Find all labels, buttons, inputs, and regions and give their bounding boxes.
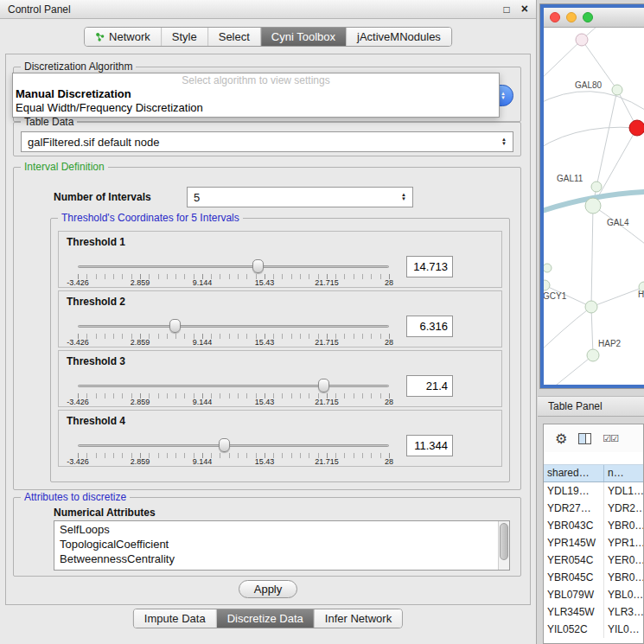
network-graph[interactable]: GAL80GAL11GAL4GCY1HHAP2 <box>544 28 644 385</box>
slider-thumb[interactable] <box>169 319 181 333</box>
scale-label: 9.144 <box>193 457 213 466</box>
attribute-list-item[interactable]: SelfLoops <box>54 522 497 537</box>
cell-name[interactable]: YER0… <box>604 552 643 569</box>
tab-select[interactable]: Select <box>207 28 260 46</box>
scale-label: 28 <box>385 457 393 466</box>
threshold-slider[interactable] <box>78 379 389 392</box>
table-row[interactable]: YBR045CYBR0… <box>544 569 643 586</box>
network-node[interactable] <box>544 280 550 290</box>
network-node[interactable] <box>576 34 588 46</box>
attributes-to-discretize-group: Attributes to discretize Numerical Attri… <box>13 497 521 577</box>
network-edge[interactable] <box>591 287 644 307</box>
network-edge[interactable] <box>544 307 591 360</box>
table-row[interactable]: YIL052CYIL0… <box>544 621 643 638</box>
list-scrollbar[interactable] <box>498 521 509 570</box>
tab-impute-data[interactable]: Impute Data <box>134 609 216 628</box>
cell-shared-name[interactable]: YPR145W <box>544 534 604 552</box>
network-node[interactable] <box>591 182 602 192</box>
tab-infer-network[interactable]: Infer Network <box>314 609 402 628</box>
threshold-value-input[interactable] <box>406 256 453 277</box>
network-edge[interactable] <box>591 307 593 355</box>
table-row[interactable]: YER054CYER0… <box>544 552 643 569</box>
cell-name[interactable]: YDR2… <box>604 500 643 517</box>
table-row[interactable]: YPR145WYPR1… <box>544 534 643 552</box>
cell-name[interactable]: YPR1… <box>604 534 643 552</box>
network-edge[interactable] <box>596 90 617 187</box>
number-of-intervals-combobox[interactable]: 5 ▲ ▼ <box>187 187 413 207</box>
threshold-value-input[interactable] <box>406 375 453 397</box>
network-node[interactable] <box>544 264 552 272</box>
combo-value: galFiltered.sif default node <box>28 136 159 149</box>
attribute-list-item[interactable]: TopologicalCoefficient <box>54 537 497 552</box>
slider-thumb[interactable] <box>252 259 264 273</box>
algorithm-option[interactable]: Manual Discretization <box>13 87 499 101</box>
cell-name[interactable]: YLR3… <box>604 603 643 621</box>
mac-minimize-icon[interactable] <box>566 12 577 22</box>
threshold-slider[interactable] <box>78 319 389 333</box>
network-edge[interactable] <box>544 40 582 83</box>
threshold-slider[interactable] <box>78 438 389 452</box>
tab-jactivemnodules[interactable]: jActiveMNodules <box>346 28 451 46</box>
slider-scale: -3.4262.8599.14415.4321.71528 <box>78 278 389 288</box>
mac-zoom-icon[interactable] <box>583 12 593 22</box>
cell-shared-name[interactable]: YBR045C <box>544 569 604 586</box>
table-row[interactable]: YDR27…YDR2… <box>544 500 643 517</box>
cell-shared-name[interactable]: YBL079W <box>544 586 604 603</box>
table-data-combobox[interactable]: galFiltered.sif default node ▲ ▼ <box>21 131 513 152</box>
gear-icon[interactable]: ⚙ <box>555 430 567 447</box>
apply-button[interactable]: Apply <box>239 580 297 598</box>
network-icon <box>95 32 105 41</box>
slider-thumb[interactable] <box>318 379 329 392</box>
cell-shared-name[interactable]: YIL052C <box>544 621 604 638</box>
table-row[interactable]: YBR043CYBR0… <box>544 517 643 534</box>
group-title: Discretization Algorithm <box>21 61 136 73</box>
tab-style[interactable]: Style <box>161 28 207 46</box>
slider-thumb[interactable] <box>219 438 230 452</box>
cell-shared-name[interactable]: YBR043C <box>544 517 604 534</box>
tab-cyni-toolbox[interactable]: Cyni Toolbox <box>260 28 346 46</box>
cell-name[interactable]: YIL0… <box>604 621 643 638</box>
tab-network[interactable]: Network <box>85 28 161 46</box>
network-node[interactable] <box>612 85 622 95</box>
slider-track[interactable] <box>78 444 389 447</box>
cell-shared-name[interactable]: YER054C <box>544 552 604 569</box>
scrollbar-thumb[interactable] <box>500 523 508 560</box>
cell-shared-name[interactable]: YDR27… <box>544 500 604 517</box>
slider-track[interactable] <box>78 385 389 387</box>
threshold-value-input[interactable] <box>406 435 453 456</box>
column-header-shared-name[interactable]: shared… <box>544 465 604 481</box>
cell-shared-name[interactable]: YLR345W <box>544 603 604 621</box>
mac-close-icon[interactable] <box>550 12 560 22</box>
network-node[interactable] <box>585 301 597 313</box>
select-columns-checkboxes-icon[interactable]: ☑☑ <box>603 433 618 444</box>
threshold-slider[interactable] <box>78 259 389 273</box>
cell-shared-name[interactable]: YDL19… <box>544 482 604 500</box>
columns-icon[interactable] <box>578 433 591 444</box>
slider-track[interactable] <box>78 265 389 268</box>
network-node[interactable] <box>585 198 601 214</box>
network-canvas[interactable]: GAL80GAL11GAL4GCY1HHAP2 <box>544 28 644 385</box>
cell-name[interactable]: YBR0… <box>604 569 643 586</box>
network-view-window[interactable]: GAL80GAL11GAL4GCY1HHAP2 <box>540 4 644 388</box>
algorithm-option[interactable]: Equal Width/Frequency Discretization <box>13 101 499 115</box>
cell-name[interactable]: YBL0… <box>604 586 643 603</box>
numerical-attributes-list[interactable]: SelfLoopsTopologicalCoefficientBetweenne… <box>54 520 510 571</box>
combo-arrows-icon: ▲ ▼ <box>401 193 406 201</box>
tab-discretize-data[interactable]: Discretize Data <box>216 609 314 628</box>
slider-track[interactable] <box>78 325 389 328</box>
network-edge[interactable] <box>544 92 644 110</box>
table-row[interactable]: YBL079WYBL0… <box>544 586 643 603</box>
network-edge[interactable] <box>552 355 593 385</box>
network-node[interactable] <box>587 349 599 361</box>
network-node[interactable] <box>629 120 644 136</box>
table-row[interactable]: YDL19…YDL1… <box>544 482 643 500</box>
cell-name[interactable]: YDL1… <box>604 482 643 500</box>
network-edge[interactable] <box>591 206 593 307</box>
float-window-icon[interactable]: □ <box>504 3 510 16</box>
threshold-value-input[interactable] <box>406 316 453 337</box>
attribute-list-item[interactable]: BetweennessCentrality <box>54 552 497 566</box>
close-icon[interactable]: × <box>521 3 528 16</box>
table-row[interactable]: YLR345WYLR3… <box>544 603 643 621</box>
cell-name[interactable]: YBR0… <box>604 517 643 534</box>
column-header-name[interactable]: n… <box>604 465 643 481</box>
